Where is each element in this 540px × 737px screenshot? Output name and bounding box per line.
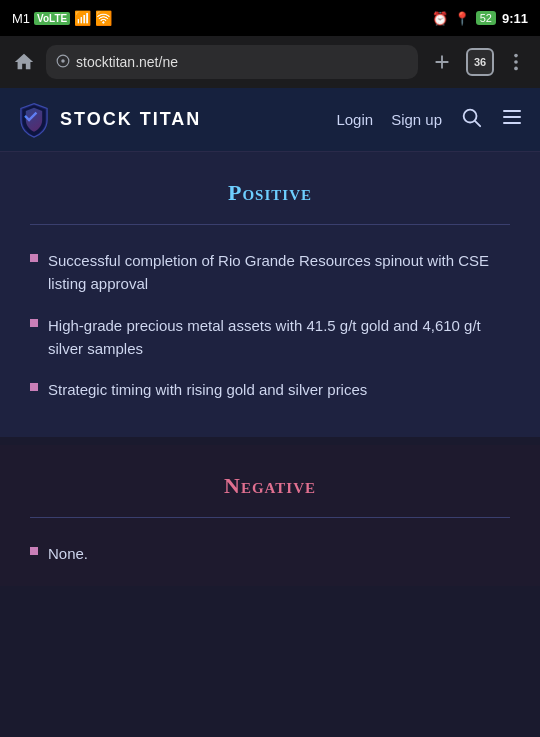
svg-point-3	[514, 60, 518, 64]
volte-badge: VoLTE	[34, 12, 70, 25]
location-icon: 📍	[454, 11, 470, 26]
positive-title: Positive	[30, 180, 510, 206]
url-bar[interactable]: stocktitan.net/ne	[46, 45, 418, 79]
url-security-icon	[56, 54, 70, 71]
positive-bullet-text-3: Strategic timing with rising gold and si…	[48, 378, 367, 401]
negative-bullet-text-1: None.	[48, 542, 88, 565]
tabs-count-button[interactable]: 36	[466, 48, 494, 76]
negative-divider	[30, 517, 510, 518]
wifi-icon: 🛜	[95, 10, 112, 26]
alarm-icon: ⏰	[432, 11, 448, 26]
carrier-label: M1	[12, 11, 30, 26]
positive-bullet-item-3: Strategic timing with rising gold and si…	[30, 378, 510, 401]
negative-title-text: Negative	[224, 473, 316, 498]
site-logo[interactable]: STOCK TITAN	[16, 102, 201, 138]
logo-shield-icon	[16, 102, 52, 138]
negative-bullet-list: None.	[30, 542, 510, 565]
positive-section: Positive Successful completion of Rio Gr…	[0, 152, 540, 437]
site-title-text: STOCK TITAN	[60, 109, 201, 130]
svg-point-1	[61, 59, 65, 63]
negative-section: Negative None.	[0, 445, 540, 585]
main-content: Positive Successful completion of Rio Gr…	[0, 152, 540, 586]
status-right: ⏰ 📍 52 9:11	[432, 11, 528, 26]
bullet-icon-3	[30, 383, 38, 391]
positive-bullet-text-2: High-grade precious metal assets with 41…	[48, 314, 510, 361]
positive-bullet-text-1: Successful completion of Rio Grande Reso…	[48, 249, 510, 296]
signal-icon: 📶	[74, 10, 91, 26]
home-button[interactable]	[10, 48, 38, 76]
bullet-icon-1	[30, 254, 38, 262]
negative-bullet-icon-1	[30, 547, 38, 555]
positive-bullet-item-1: Successful completion of Rio Grande Reso…	[30, 249, 510, 296]
svg-rect-9	[503, 122, 521, 124]
svg-rect-7	[503, 110, 521, 112]
positive-bullet-item-2: High-grade precious metal assets with 41…	[30, 314, 510, 361]
site-nav: Login Sign up	[336, 105, 524, 135]
svg-rect-8	[503, 116, 521, 118]
positive-bullet-list: Successful completion of Rio Grande Reso…	[30, 249, 510, 401]
login-link[interactable]: Login	[336, 111, 373, 128]
svg-line-6	[475, 121, 480, 126]
browser-bar: stocktitan.net/ne 36	[0, 36, 540, 88]
status-left: M1 VoLTE 📶 🛜	[12, 10, 112, 26]
hamburger-menu-button[interactable]	[500, 105, 524, 135]
status-bar: M1 VoLTE 📶 🛜 ⏰ 📍 52 9:11	[0, 0, 540, 36]
negative-bullet-item-1: None.	[30, 542, 510, 565]
signup-link[interactable]: Sign up	[391, 111, 442, 128]
new-tab-button[interactable]	[426, 46, 458, 78]
svg-point-2	[514, 54, 518, 58]
positive-title-text: Positive	[228, 180, 312, 205]
time-label: 9:11	[502, 11, 528, 26]
positive-divider	[30, 224, 510, 225]
bullet-icon-2	[30, 319, 38, 327]
search-button[interactable]	[460, 106, 482, 133]
browser-menu-button[interactable]	[502, 48, 530, 76]
url-text: stocktitan.net/ne	[76, 54, 408, 70]
svg-point-4	[514, 67, 518, 71]
battery-badge: 52	[476, 11, 496, 25]
site-header: STOCK TITAN Login Sign up	[0, 88, 540, 152]
negative-title: Negative	[30, 473, 510, 499]
